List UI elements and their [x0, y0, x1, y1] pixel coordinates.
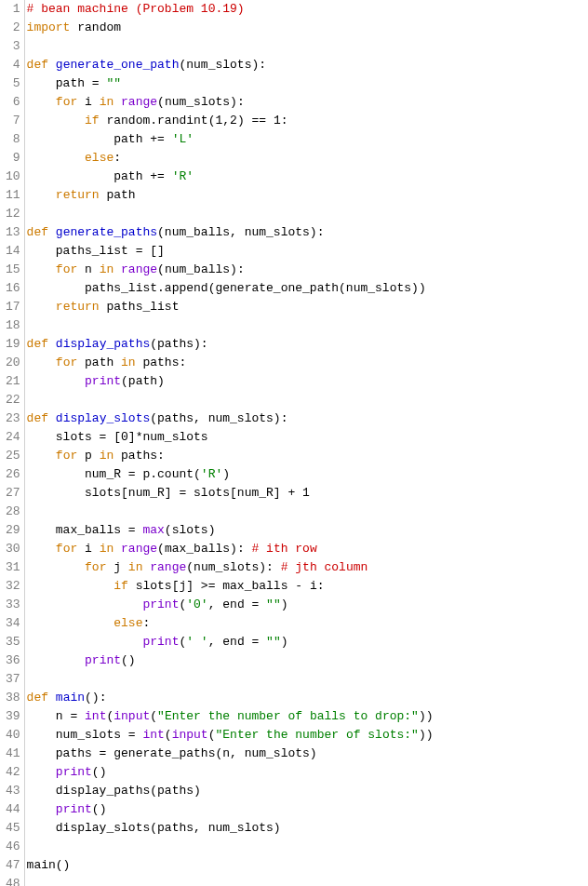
code-line[interactable]: slots = [0]*num_slots — [27, 428, 588, 447]
code-token: main() — [27, 858, 71, 872]
code-line[interactable]: print() — [27, 651, 588, 670]
code-line[interactable]: for i in range(max_balls): # ith row — [27, 540, 588, 558]
code-token — [27, 560, 85, 574]
code-token: paths_list — [100, 300, 180, 314]
code-token: (num_slots): — [179, 58, 266, 72]
code-token — [114, 262, 121, 276]
code-token: "" — [266, 597, 281, 611]
code-line[interactable]: num_slots = int(input("Enter the number … — [27, 726, 588, 745]
code-token: for — [56, 356, 77, 369]
code-line[interactable]: path += 'L' — [27, 130, 588, 149]
code-token: for — [56, 449, 77, 463]
code-line[interactable]: display_slots(paths, num_slots) — [27, 819, 588, 838]
code-line[interactable]: slots[num_R] = slots[num_R] + 1 — [27, 484, 588, 503]
code-token: # ith row — [252, 542, 317, 556]
line-number: 35 — [6, 633, 20, 651]
line-number: 48 — [6, 875, 20, 886]
line-number: 40 — [6, 726, 20, 745]
code-line[interactable]: path += 'R' — [27, 168, 588, 186]
code-line[interactable]: paths_list = [] — [27, 242, 588, 261]
code-line[interactable]: return path — [27, 186, 588, 205]
code-line[interactable]: max_balls = max(slots) — [27, 521, 588, 540]
code-token — [27, 374, 85, 388]
code-token: 'L' — [172, 132, 194, 146]
code-token: import — [27, 20, 71, 34]
line-number: 34 — [6, 614, 20, 633]
code-line[interactable]: for path in paths: — [27, 354, 588, 372]
code-token: ( — [165, 728, 172, 742]
code-line[interactable] — [27, 875, 588, 886]
code-line[interactable]: import random — [27, 19, 588, 37]
code-token — [27, 616, 114, 630]
code-token — [48, 691, 56, 705]
line-number: 43 — [6, 782, 20, 800]
code-token: (num_slots): — [157, 95, 245, 109]
code-line[interactable]: def display_paths(paths): — [27, 335, 588, 354]
code-token: ) — [281, 635, 288, 649]
code-line[interactable] — [27, 205, 588, 223]
line-number: 14 — [6, 242, 20, 261]
code-line[interactable] — [27, 391, 588, 409]
code-token: for — [56, 542, 77, 556]
line-number: 9 — [6, 149, 20, 168]
code-token — [27, 653, 85, 667]
code-token: () — [121, 653, 136, 667]
code-line[interactable]: display_paths(paths) — [27, 782, 588, 800]
code-line[interactable]: if random.randint(1,2) == 1: — [27, 112, 588, 130]
code-token: generate_one_path — [56, 58, 180, 72]
code-line[interactable] — [27, 316, 588, 335]
code-token: p — [77, 449, 99, 463]
code-token — [114, 95, 121, 109]
code-token — [27, 188, 56, 202]
code-line[interactable]: n = int(input("Enter the number of balls… — [27, 707, 588, 726]
code-line[interactable]: def display_slots(paths, num_slots): — [27, 409, 588, 428]
code-line[interactable]: paths_list.append(generate_one_path(num_… — [27, 279, 588, 298]
code-token: slots[j] >= max_balls - i: — [128, 579, 325, 593]
code-line[interactable]: for n in range(num_balls): — [27, 261, 588, 279]
line-number: 44 — [6, 800, 20, 819]
code-line[interactable]: if slots[j] >= max_balls - i: — [27, 577, 588, 596]
line-number: 33 — [6, 596, 20, 614]
code-line[interactable]: for i in range(num_slots): — [27, 93, 588, 112]
code-line[interactable]: num_R = p.count('R') — [27, 465, 588, 484]
code-line[interactable]: for j in range(num_slots): # jth column — [27, 558, 588, 577]
code-line[interactable] — [27, 670, 588, 689]
code-token: "Enter the number of slots:" — [215, 728, 418, 742]
code-line[interactable]: def main(): — [27, 689, 588, 707]
line-number: 27 — [6, 484, 20, 503]
code-line[interactable]: for p in paths: — [27, 447, 588, 465]
code-line[interactable]: path = "" — [27, 74, 588, 93]
code-line[interactable]: def generate_one_path(num_slots): — [27, 56, 588, 74]
code-line[interactable]: print(' ', end = "") — [27, 633, 588, 651]
code-line[interactable]: # bean machine (Problem 10.19) — [27, 0, 588, 19]
code-line[interactable] — [27, 503, 588, 521]
code-line[interactable]: paths = generate_paths(n, num_slots) — [27, 745, 588, 763]
code-token: path += — [27, 169, 172, 183]
code-token: print — [85, 374, 121, 388]
code-editor-area[interactable]: # bean machine (Problem 10.19)import ran… — [25, 0, 588, 886]
code-line[interactable]: else: — [27, 149, 588, 168]
code-token: : — [281, 114, 288, 128]
code-line[interactable]: main() — [27, 856, 588, 875]
code-token: (path) — [121, 374, 165, 388]
code-token: : — [114, 151, 121, 165]
code-line[interactable]: else: — [27, 614, 588, 633]
line-number: 28 — [6, 503, 20, 521]
code-line[interactable]: print() — [27, 763, 588, 782]
code-token: if — [85, 114, 100, 128]
code-line[interactable]: def generate_paths(num_balls, num_slots)… — [27, 223, 588, 242]
code-line[interactable]: print() — [27, 800, 588, 819]
code-token — [27, 449, 56, 463]
code-token: 'R' — [201, 467, 222, 481]
code-line[interactable]: return paths_list — [27, 298, 588, 316]
code-line[interactable]: print('0', end = "") — [27, 596, 588, 614]
code-token — [27, 262, 56, 276]
code-line[interactable] — [27, 838, 588, 856]
code-token: 0 — [121, 430, 128, 444]
code-line[interactable] — [27, 37, 588, 56]
line-number: 36 — [6, 651, 20, 670]
code-token: return — [56, 188, 100, 202]
code-line[interactable]: print(path) — [27, 372, 588, 391]
line-number: 37 — [6, 670, 20, 689]
code-token: return — [56, 300, 100, 314]
